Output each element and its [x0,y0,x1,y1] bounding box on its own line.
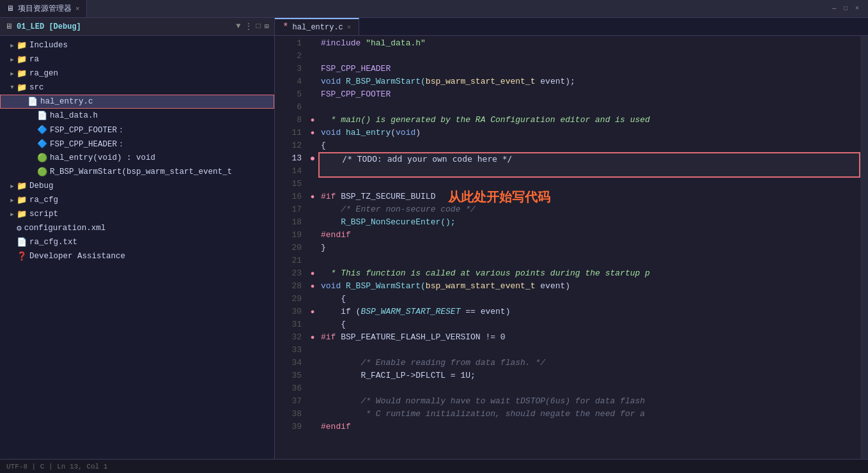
tree-label: src [29,83,44,92]
code-segment: /* Enable reading from data flash. */ [321,357,545,369]
project-root-icon: 🖥 [5,22,13,31]
gutter: ●●●●●●●● [307,36,318,459]
tree-arrow: ▶ [8,197,17,204]
code-line-6 [318,101,860,114]
tree-item-ra_gen[interactable]: ▶ 📁 ra_gen [0,66,274,81]
status-bar: UTF-8 | C | Ln 13, Col 1 [0,459,868,473]
gutter-35 [307,369,318,382]
dirty-indicator: * [283,22,289,33]
tree-label: FSP_CPP_HEADER： [50,139,125,150]
tree-item-fsp_cpp_header：[interactable]: 🔷 FSP_CPP_HEADER： [0,137,274,151]
filter-icon[interactable]: ▼ [236,22,240,31]
tree-label: configuration.xml [24,224,106,233]
code-segment: if ( [321,306,360,318]
gutter-36 [307,382,318,395]
code-segment: /* Would normally have to wait tDSTOP(6u… [321,395,645,408]
code-segment: #if [321,190,341,203]
gutter-11: ● [307,127,318,139]
tree-item-ra_cfg[interactable]: ▶ 📁 ra_cfg [0,193,274,207]
line-number-28: 28 [280,280,302,293]
tree-icon: ❓ [17,251,27,261]
status-text: UTF-8 | C | Ln 13, Col 1 [6,463,107,470]
line-number-29: 29 [280,293,302,306]
tree-icon: ⚙ [17,223,22,233]
tree-arrow: ▶ [8,42,17,49]
tree-arrow: ▶ [8,211,17,218]
code-line-35: R_FACI_LP->DFLCTL = 1U; [318,369,860,382]
menu-icon[interactable]: ⋮ [245,22,252,31]
tree-icon: 📁 [17,209,27,219]
close-btn[interactable]: × [853,4,862,13]
line-number-5: 5 [280,88,302,101]
explorer-tab-close[interactable]: × [75,5,80,13]
gutter-17 [307,203,318,216]
gutter-19 [307,229,318,242]
tree-item-script[interactable]: ▶ 📁 script [0,207,274,221]
code-content[interactable]: #include "hal_data.h"FSP_CPP_HEADERvoid … [318,36,860,459]
line-number-39: 39 [280,421,302,433]
code-segment: R_BSP_NonSecureEnter(); [321,216,456,229]
code-segment: bsp_warm_start_event_t [426,280,540,293]
code-line-30: if (BSP_WARM_START_RESET == event) [318,306,860,318]
line-number-3: 3 [280,63,302,75]
code-segment: FSP_CPP_FOOTER [321,88,391,101]
tree-item-debug[interactable]: ▶ 📁 Debug [0,179,274,193]
editor-body[interactable]: 1234568111213141516171819202123282930313… [275,36,868,459]
gutter-34 [307,357,318,369]
code-line-28: void R_BSP_WarmStart(bsp_warm_start_even… [318,280,860,293]
code-line-23: * This function is called at various poi… [318,267,860,280]
gutter-5 [307,88,318,101]
code-segment: void [396,127,415,139]
code-line-1: #include "hal_data.h" [318,37,860,50]
tree-label: ra_cfg.txt [29,238,77,247]
tree-item-hal_data.h[interactable]: 📄 hal_data.h [0,109,274,123]
expand-icon[interactable]: ⊞ [265,22,269,31]
tree-item-r_bsp_warmstart(bsp_[interactable]: 🟢 R_BSP_WarmStart(bsp_warm_start_event_t [0,165,274,179]
explorer-tab[interactable]: 🖥 项目资源管理器 × [0,0,87,17]
gutter-2 [307,50,318,63]
tree-item-hal_entry.c[interactable]: 📄 hal_entry.c [0,95,274,109]
code-segment: BSP_WARM_START_RESET [360,306,460,318]
editor-container: * hal_entry.c × 123456811121314151617181… [275,18,868,459]
tree-item-ra_cfg.txt[interactable]: 📄 ra_cfg.txt [0,235,274,249]
code-line-21 [318,254,860,267]
tree-label: hal_data.h [50,111,98,120]
gutter-4 [307,75,318,88]
collapse-icon[interactable]: □ [256,22,261,31]
tree-icon: 📄 [37,111,47,121]
tab-close[interactable]: × [347,24,352,31]
tree-arrow: ▶ [8,70,17,77]
gutter-15 [307,178,318,190]
line-number-19: 19 [280,229,302,242]
code-line-19: #endif [318,229,860,242]
minimize-btn[interactable]: — [830,4,839,13]
tree-item-fsp_cpp_footer：[interactable]: 🔷 FSP_CPP_FOOTER： [0,123,274,137]
scrollbar[interactable] [860,36,868,459]
tree-item-includes[interactable]: ▶ 📁 Includes [0,38,274,52]
sidebar-toolbar: ▼ ⋮ □ ⊞ [236,22,269,31]
maximize-btn[interactable]: □ [841,4,850,13]
line-number-14: 14 [280,165,302,178]
tree-icon: 📁 [17,40,27,50]
gutter-16: ● [307,190,318,203]
tree-icon: 🔷 [37,139,47,149]
code-line-16: #if BSP_TZ_SECURE_BUILD从此处开始写代码 [318,190,860,203]
file-tab-0[interactable]: * hal_entry.c × [275,18,359,35]
tree-item-ra[interactable]: ▶ 📁 ra [0,52,274,66]
tree-icon: 🔷 [37,125,47,135]
tree-item-configuration.xml[interactable]: ⚙ configuration.xml [0,221,274,235]
code-line-37: /* Would normally have to wait tDSTOP(6u… [318,395,860,408]
tree-icon: 📄 [27,97,38,107]
code-segment: void [321,280,346,293]
tree-item-developer_assistance[interactable]: ❓ Developer Assistance [0,249,274,263]
annotation-text: 从此处开始写代码 [448,190,550,203]
line-number-1: 1 [280,37,302,50]
code-line-3: FSP_CPP_HEADER [318,63,860,75]
code-segment: void [321,127,346,139]
code-segment: R_FACI_LP->DFLCTL = 1U; [321,369,476,382]
tree-item-hal_entry(void)_:_vo[interactable]: 🟢 hal_entry(void) : void [0,151,274,165]
tree-label: Includes [29,41,68,50]
tree-item-src[interactable]: ▼ 📁 src [0,81,274,95]
gutter-33 [307,344,318,357]
code-segment: /* Enter non-secure code */ [321,203,476,216]
